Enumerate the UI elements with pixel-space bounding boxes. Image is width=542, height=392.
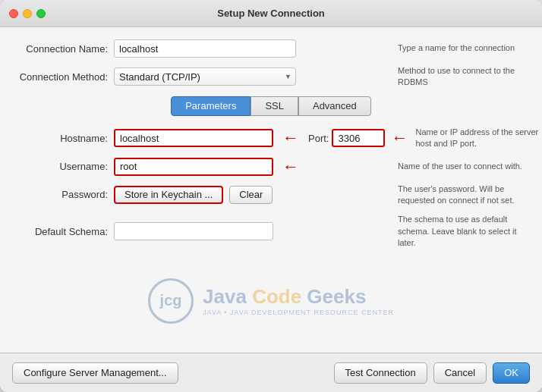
configure-server-button[interactable]: Configure Server Management... — [12, 362, 178, 384]
default-schema-input[interactable] — [114, 222, 273, 240]
username-label: Username: — [15, 161, 114, 172]
username-arrow-icon: ← — [282, 158, 299, 175]
connection-name-label: Connection Name: — [15, 43, 114, 55]
connection-name-row: Connection Name: Type a name for the con… — [15, 39, 527, 58]
connection-name-field-area — [114, 39, 390, 58]
logo-geeks: Geeks — [301, 285, 366, 308]
username-field-area: ← — [114, 158, 390, 176]
maximize-button[interactable] — [36, 9, 46, 18]
traffic-lights — [9, 9, 46, 18]
logo-icon: jcg — [148, 278, 194, 324]
hostname-input[interactable] — [114, 129, 273, 147]
default-schema-label: Default Schema: — [15, 226, 114, 237]
connection-method-select[interactable]: Standard (TCP/IP) Local Socket/Pipe Stan… — [114, 67, 296, 86]
connection-name-input[interactable] — [114, 39, 296, 58]
connection-method-label: Connection Method: — [15, 71, 114, 83]
username-help: Name of the user to connect with. — [390, 161, 527, 172]
minimize-button[interactable] — [23, 9, 32, 18]
password-row: Password: Store in Keychain ... Clear Th… — [15, 183, 527, 207]
dialog-window: Setup New Connection Connection Name: Ty… — [0, 0, 542, 392]
dialog-content: Connection Name: Type a name for the con… — [0, 27, 542, 353]
tabs-row: Parameters SSL Advanced — [15, 96, 527, 116]
connection-method-row: Connection Method: Standard (TCP/IP) Loc… — [15, 65, 527, 89]
default-schema-help: The schema to use as default schema. Lea… — [390, 214, 527, 249]
test-connection-button[interactable]: Test Connection — [334, 362, 427, 384]
password-field-area: Store in Keychain ... Clear — [114, 186, 390, 204]
username-row: Username: ← Name of the user to connect … — [15, 158, 527, 176]
hostname-arrow-icon: ← — [282, 130, 299, 146]
logo-icon-text: jcg — [160, 292, 182, 309]
bottom-left: Configure Server Management... — [12, 362, 178, 384]
port-label: Port: — [308, 133, 329, 144]
tab-ssl[interactable]: SSL — [251, 96, 298, 116]
method-select-wrap: Standard (TCP/IP) Local Socket/Pipe Stan… — [114, 67, 296, 86]
bottom-bar: Configure Server Management... Test Conn… — [0, 353, 542, 392]
logo-area: jcg Java Code Geeks Java • Java Developm… — [15, 257, 527, 345]
port-area: Port: ← — [305, 129, 408, 147]
dialog-title: Setup New Connection — [217, 8, 325, 19]
port-input[interactable] — [332, 129, 385, 147]
connection-name-help: Type a name for the connection — [390, 42, 527, 54]
logo-text-area: Java Code Geeks Java • Java Development … — [203, 285, 394, 316]
tab-advanced[interactable]: Advanced — [298, 96, 371, 116]
hostname-label: Hostname: — [15, 133, 114, 144]
bottom-right: Test Connection Cancel OK — [334, 362, 531, 384]
clear-button[interactable]: Clear — [229, 186, 273, 204]
cancel-button[interactable]: Cancel — [433, 362, 487, 384]
ok-button[interactable]: OK — [493, 362, 530, 384]
logo-java: Java — [203, 285, 252, 308]
store-keychain-button[interactable]: Store in Keychain ... — [114, 186, 223, 204]
default-schema-row: Default Schema: The schema to use as def… — [15, 214, 527, 249]
logo-code: Code — [252, 285, 301, 308]
hostname-help: Name or IP address of the server host an… — [408, 127, 542, 150]
password-label: Password: — [15, 189, 114, 200]
default-schema-field-area — [114, 222, 390, 240]
hostname-field-area: ← Port: ← — [114, 129, 408, 147]
titlebar: Setup New Connection — [0, 0, 542, 27]
hostname-row: Hostname: ← Port: ← Name or IP address o… — [15, 127, 527, 150]
logo-main-text: Java Code Geeks — [203, 285, 394, 309]
tab-parameters[interactable]: Parameters — [171, 96, 251, 116]
password-help: The user's password. Will be requested o… — [390, 183, 527, 207]
logo-container: jcg Java Code Geeks Java • Java Developm… — [148, 278, 394, 324]
connection-method-field-area: Standard (TCP/IP) Local Socket/Pipe Stan… — [114, 67, 390, 86]
connection-method-help: Method to use to connect to the RDBMS — [390, 65, 527, 89]
close-button[interactable] — [9, 9, 18, 18]
username-input[interactable] — [114, 158, 273, 176]
logo-sub-text: Java • Java Development Resource Center — [203, 309, 394, 316]
port-arrow-icon: ← — [391, 130, 408, 146]
